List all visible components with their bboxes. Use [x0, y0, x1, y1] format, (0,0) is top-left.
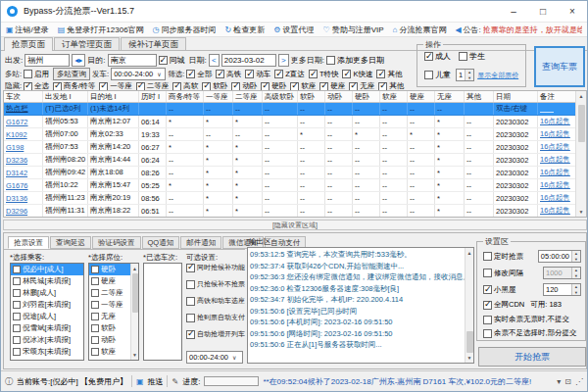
- train-number-link[interactable]: G198: [6, 143, 24, 152]
- scroll-down-icon[interactable]: ▼: [132, 350, 137, 360]
- seat-item[interactable]: 二等座: [89, 287, 130, 299]
- output-log-box[interactable]: 09:53:12:5 查询完毕，本次查询共用时:533毫秒。09:52:37:4…: [247, 247, 474, 364]
- table-header-cell[interactable]: 硬卧: [353, 91, 380, 102]
- depart-station-input[interactable]: [24, 54, 70, 67]
- sale-note-link[interactable]: 16点起售: [540, 142, 570, 152]
- minimize-button[interactable]: –: [499, 1, 528, 22]
- scrollbar-thumb[interactable]: [578, 105, 585, 142]
- push-label[interactable]: 推送: [147, 376, 163, 387]
- passenger-item[interactable]: 倪冰冰[未填报]: [11, 334, 83, 346]
- menu-item[interactable]: ▣ 注销/登录: [6, 24, 49, 35]
- interval-stepper[interactable]: 1000▴▾: [543, 267, 581, 279]
- table-row[interactable]: D3236 福州南08:20 南京南14:44 06:24 -- * * -- …: [4, 154, 577, 167]
- seat-scrollbar[interactable]: ▲ ▼: [130, 264, 138, 360]
- main-tab[interactable]: 抢票页面: [4, 37, 53, 51]
- table-row[interactable]: D3142 福州南09:42 南京18:08 08:26 -- * * -- -…: [4, 167, 577, 179]
- table-header-cell[interactable]: 商务/特等: [167, 91, 204, 102]
- swap-stations-button[interactable]: ◂▸: [72, 54, 85, 67]
- passenger-item[interactable]: 宋颂东[未填报]: [11, 346, 83, 358]
- table-row[interactable]: D3296 福州南11:31 南京南18:22 06:51 -- * * -- …: [4, 205, 577, 218]
- option-checkbox[interactable]: 自动抢增开列车: [186, 329, 247, 339]
- train-type-checkbox[interactable]: 全部: [186, 70, 212, 79]
- scroll-down-icon[interactable]: ▼: [467, 353, 472, 363]
- table-scrollbar[interactable]: ▲ ▼: [575, 91, 586, 217]
- main-tab[interactable]: 订单管理页面: [54, 37, 120, 51]
- same-city-checkbox[interactable]: 同城: [159, 55, 185, 66]
- table-header-cell[interactable]: 软卧: [298, 91, 325, 102]
- scroll-up-icon[interactable]: ▲: [132, 264, 137, 273]
- stepper-arrows[interactable]: ▴▾: [465, 70, 473, 80]
- train-type-checkbox[interactable]: 其他: [376, 70, 402, 79]
- table-header-cell[interactable]: 备注: [538, 91, 577, 102]
- train-number-link[interactable]: D3136: [6, 194, 27, 203]
- selected-trains-box[interactable]: [143, 263, 182, 361]
- table-header-cell[interactable]: 无座: [435, 91, 465, 102]
- train-type-checkbox[interactable]: K快速: [342, 70, 372, 79]
- scroll-up-icon[interactable]: ▲: [467, 248, 472, 258]
- date-next-button[interactable]: >: [278, 54, 289, 67]
- passenger-item[interactable]: 倪途[成人]: [11, 311, 83, 322]
- multi-query-button[interactable]: 多站查询: [53, 68, 90, 80]
- table-row[interactable]: D3136 福州南11:23 南京南20:19 08:56 -- * * -- …: [4, 192, 577, 205]
- seat-item[interactable]: 软座: [89, 346, 130, 358]
- scrollbar-thumb[interactable]: [466, 331, 473, 353]
- seat-item[interactable]: 无座: [89, 311, 130, 322]
- scroll-down-icon[interactable]: ▼: [579, 207, 584, 217]
- timer-stepper[interactable]: 05:00:00▴▾: [538, 250, 581, 263]
- menu-item[interactable]: ♡ 赞助与注册VIP: [322, 24, 383, 35]
- show-all-price-link[interactable]: 显示全部票价: [477, 71, 518, 80]
- depart-time-select[interactable]: 00:00-24:00∨: [111, 68, 166, 80]
- table-header-cell[interactable]: 一等座: [204, 91, 233, 102]
- train-type-checkbox[interactable]: 动车: [245, 70, 270, 79]
- option-checkbox[interactable]: 高铁和动车选座: [186, 296, 247, 306]
- maximize-button[interactable]: □: [528, 1, 558, 22]
- settings-tab[interactable]: 查询延迟: [50, 236, 91, 249]
- seat-item[interactable]: 一等座: [89, 299, 130, 311]
- menu-item[interactable]: ◀ 公告:: [455, 24, 480, 35]
- interval-checkbox[interactable]: 修改间隔: [483, 269, 523, 278]
- date-input[interactable]: [221, 54, 276, 67]
- table-header-cell[interactable]: 二等座: [233, 91, 263, 102]
- sale-note-link[interactable]: 16点起售: [540, 193, 570, 203]
- scroll-up-icon[interactable]: ▲: [579, 91, 584, 101]
- table-header-cell[interactable]: 高级软卧: [263, 91, 298, 102]
- blackroom-stepper[interactable]: 120▴▾: [543, 283, 581, 296]
- table-header-cell[interactable]: 动卧: [325, 91, 353, 102]
- timer-checkbox[interactable]: 定时抢票: [483, 252, 523, 262]
- table-row[interactable]: G1676 福州10:22 南京南15:47 05:25 * * * -- --…: [4, 179, 577, 192]
- sale-note-link[interactable]: 16点起售: [540, 129, 570, 139]
- menu-item[interactable]: ▤ 免登录打开12306官网: [58, 24, 144, 35]
- stepper-arrows[interactable]: ▴▾: [571, 251, 580, 262]
- settings-tab[interactable]: QQ通知: [142, 236, 180, 249]
- table-row[interactable]: G198 福州07:53 南京南14:20 06:27 * * * -- -- …: [4, 141, 577, 154]
- option-checkbox[interactable]: 同时抢候补功能: [186, 263, 247, 272]
- train-number-link[interactable]: D3296: [6, 207, 27, 216]
- sale-note-link[interactable]: 16点起售: [540, 206, 570, 216]
- query-ticket-button[interactable]: 查询车票: [534, 46, 585, 87]
- main-tab[interactable]: 候补订单页面: [121, 37, 186, 51]
- train-type-checkbox[interactable]: T特快: [309, 70, 339, 79]
- table-header-cell[interactable]: 硬座: [408, 91, 435, 102]
- child-checkbox[interactable]: 儿童: [424, 70, 451, 80]
- partial-submit-checkbox[interactable]: 余票不足选择时,部分提交: [483, 328, 577, 338]
- table-row[interactable]: 热点栏 (T)已选0列 (1)未选14列 -- -- -- -- -- -- -…: [4, 103, 577, 116]
- table-row[interactable]: G1672 福州05:53 南京南12:07 06:14 * * * -- --…: [4, 116, 577, 128]
- start-grab-button[interactable]: 开始抢票: [478, 347, 586, 367]
- add-more-dates-checkbox[interactable]: 添加更多日期: [326, 55, 384, 66]
- train-number-link[interactable]: G1672: [6, 118, 28, 126]
- hide-settings-splitter[interactable]: [隐藏设置区域]: [3, 220, 587, 230]
- seat-item[interactable]: 硬卧: [89, 264, 130, 275]
- settings-tab[interactable]: 邮件通知: [180, 236, 221, 249]
- table-header-cell[interactable]: 日期: [494, 91, 538, 102]
- output-scrollbar[interactable]: ▲ ▼: [465, 248, 473, 363]
- sale-note-link[interactable]: [540, 105, 554, 113]
- seat-item[interactable]: 商务座: [89, 358, 130, 361]
- train-number-link[interactable]: D3142: [6, 169, 27, 177]
- train-time-range-select[interactable]: 00:00-24:00∨: [186, 351, 243, 364]
- multi-enable-checkbox[interactable]: 启用: [24, 70, 49, 79]
- table-header-cell[interactable]: 软座: [380, 91, 408, 102]
- menu-item[interactable]: ◷ 同步服务器时间: [153, 24, 217, 35]
- adult-checkbox[interactable]: 成人: [424, 51, 451, 62]
- menu-item[interactable]: ⚙ 设置代理: [273, 24, 314, 35]
- seat-item[interactable]: 动卧: [89, 334, 130, 346]
